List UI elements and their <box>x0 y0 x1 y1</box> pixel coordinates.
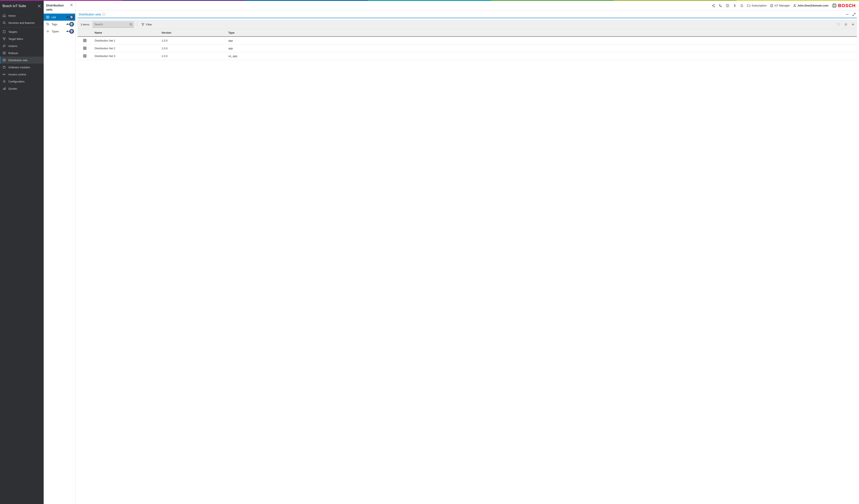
svg-point-36 <box>838 24 838 24</box>
nav-item-quotas[interactable]: Quotas <box>0 85 44 92</box>
svg-point-21 <box>714 6 715 7</box>
add-button[interactable] <box>851 23 855 26</box>
row-color-swatch <box>83 39 87 42</box>
bell-icon[interactable] <box>740 4 744 7</box>
close-icon <box>38 4 41 7</box>
callout-3: 3 <box>66 29 74 34</box>
svg-point-0 <box>3 22 5 24</box>
book-icon[interactable] <box>726 4 729 7</box>
home-icon <box>2 14 6 17</box>
nav-item-configuration[interactable]: Configuration <box>0 78 44 85</box>
search-box[interactable] <box>92 21 134 28</box>
person-icon <box>793 4 796 7</box>
svg-point-15 <box>48 30 48 30</box>
col-name[interactable]: Name <box>92 29 159 36</box>
svg-rect-2 <box>3 30 5 33</box>
filter-icon <box>141 23 144 26</box>
table-row[interactable]: Distribution Set 31.0.0os_app <box>77 52 857 60</box>
cell-version: 1.0.0 <box>159 45 226 52</box>
svg-rect-9 <box>47 16 49 18</box>
filter-icon <box>2 37 6 41</box>
nav-item-software-modules[interactable]: Software modules <box>0 64 44 71</box>
target-icon <box>2 30 6 33</box>
gear-icon <box>2 80 6 83</box>
svg-rect-3 <box>3 66 5 68</box>
sidebar-title: Bosch IoT Suite <box>2 4 26 8</box>
svg-point-19 <box>714 4 715 5</box>
phone-icon[interactable] <box>719 4 722 7</box>
bosch-logo: BOSCH <box>832 3 856 9</box>
tag-icon <box>46 22 49 26</box>
nav-item-distribution-sets[interactable]: Distribution sets <box>0 57 44 64</box>
key-icon <box>2 73 6 76</box>
main-sidebar: Bosch IoT Suite HomeServices and feature… <box>0 1 44 504</box>
svg-point-34 <box>130 23 132 25</box>
nav-item-target-filters[interactable]: Target filters <box>0 35 44 42</box>
svg-point-31 <box>794 4 795 6</box>
sidebar-close-button[interactable] <box>38 4 41 7</box>
sub-item-tags[interactable]: Tags2 <box>44 21 75 28</box>
cell-name: Distribution Set 3 <box>92 52 159 60</box>
callout-2: 2 <box>66 22 74 27</box>
cell-name: Distribution Set 1 <box>92 37 159 44</box>
nav-item-services-and-features[interactable]: Services and features <box>0 19 44 26</box>
col-version[interactable]: Version <box>159 29 226 36</box>
building-icon <box>770 4 773 7</box>
types-icon <box>46 30 49 33</box>
svg-point-32 <box>832 3 837 8</box>
sub-sidebar: Distribution sets List1Tags2Types3 <box>44 1 75 504</box>
toolbar: 3 items Filter <box>77 20 857 29</box>
folder-icon <box>747 4 750 7</box>
search-input[interactable] <box>94 23 130 26</box>
callout-1: 1 <box>66 15 74 19</box>
nav-item-access-control[interactable]: Access control <box>0 71 44 78</box>
svg-rect-24 <box>771 4 773 7</box>
list-icon <box>46 15 49 19</box>
nav-item-home[interactable]: Home <box>0 12 44 19</box>
sub-sidebar-close-button[interactable] <box>70 4 73 6</box>
item-count: 3 items <box>80 23 90 26</box>
svg-point-14 <box>47 31 48 32</box>
cell-version: 1.0.0 <box>159 52 226 60</box>
sub-item-types[interactable]: Types3 <box>44 28 75 35</box>
svg-point-5 <box>4 81 5 82</box>
col-type[interactable]: Type <box>226 29 857 36</box>
minimize-button[interactable] <box>846 13 849 16</box>
svg-point-16 <box>48 32 48 33</box>
user-link[interactable]: John.Doe@domain.com <box>793 4 828 7</box>
sub-item-list[interactable]: List1 <box>44 14 75 21</box>
svg-point-18 <box>49 31 49 32</box>
svg-line-1 <box>5 24 6 24</box>
panel-title: Distribution sets <box>79 13 101 16</box>
topbar: § Subscription IoT Manager John.Doe@doma… <box>75 1 859 11</box>
expand-button[interactable] <box>852 13 856 16</box>
cube-icon <box>2 51 6 55</box>
filter-button[interactable]: Filter <box>140 23 153 26</box>
module-icon <box>2 65 6 69</box>
search-icon <box>130 23 133 26</box>
search-icon <box>2 21 6 25</box>
row-color-swatch <box>83 54 87 58</box>
cell-version: 1.0.0 <box>159 37 226 44</box>
row-color-swatch <box>83 47 87 50</box>
bars-icon <box>2 87 6 90</box>
swap-icon <box>2 44 6 48</box>
iot-manager-link[interactable]: IoT Manager <box>770 4 790 7</box>
svg-point-37 <box>845 24 846 25</box>
svg-point-20 <box>712 5 713 6</box>
table-row[interactable]: Distribution Set 21.0.0app <box>77 44 857 52</box>
svg-point-4 <box>3 74 4 75</box>
nav-item-actions[interactable]: Actions <box>0 42 44 49</box>
table-row[interactable]: Distribution Set 11.0.0app <box>77 37 857 44</box>
cell-name: Distribution Set 2 <box>92 45 159 52</box>
tag-action-button <box>837 23 840 26</box>
settings-button[interactable] <box>844 23 847 26</box>
nav-item-rollouts[interactable]: Rollouts <box>0 49 44 57</box>
close-icon <box>70 4 73 6</box>
svg-point-17 <box>47 31 47 32</box>
nav-item-targets[interactable]: Targets <box>0 28 44 35</box>
section-icon[interactable]: § <box>733 4 737 7</box>
share-icon[interactable] <box>711 4 715 7</box>
subscription-link[interactable]: Subscription <box>747 4 767 7</box>
info-icon[interactable]: i <box>102 13 105 16</box>
